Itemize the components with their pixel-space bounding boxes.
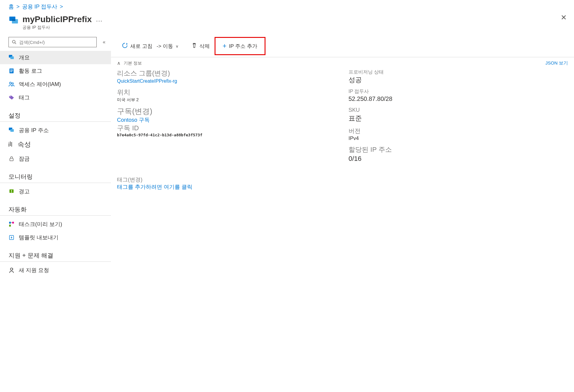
sidebar-item-export-template[interactable]: 템플릿 내보내기 <box>0 231 111 244</box>
search-icon <box>12 40 17 45</box>
lock-icon <box>8 156 15 162</box>
close-icon[interactable]: ✕ <box>561 13 567 22</box>
prop-value-version: IPv4 <box>349 135 568 142</box>
prop-value-ipprefix: 52.250.87.80/28 <box>349 95 568 103</box>
chevron-right-icon: > <box>16 4 20 10</box>
prop-value-sub[interactable]: Contoso 구독 <box>117 116 336 124</box>
prop-label-tags: 태그(변경) <box>117 176 568 183</box>
alert-icon <box>8 188 15 194</box>
sidebar-item-tasks[interactable]: 태스크(미리 보기) <box>0 218 111 231</box>
add-ip-button[interactable]: + IP 주소 추가 <box>215 38 265 54</box>
prop-value-tags[interactable]: 태그를 추가하려면 여기를 클릭 <box>117 183 568 191</box>
svg-point-11 <box>9 82 11 84</box>
sidebar-item-label: 공용 IP 주소 <box>19 127 49 134</box>
sidebar-item-tags[interactable]: 태그 <box>0 91 111 104</box>
refresh-button[interactable]: 새로 고침 -> 이동 v <box>117 40 183 52</box>
svg-point-13 <box>10 96 10 97</box>
prop-label-allocated: 할당된 IP 주소 <box>349 145 568 154</box>
chevron-down-icon: v <box>176 44 178 48</box>
log-icon <box>8 68 15 74</box>
people-icon <box>8 81 15 87</box>
sidebar-item-iam[interactable]: 액세스 제어(IAM) <box>0 78 111 91</box>
sidebar-item-properties[interactable]: ill 속성 <box>0 137 111 152</box>
prop-label-version: 버전 <box>349 127 568 135</box>
sidebar-item-new-support[interactable]: 새 지원 요청 <box>0 264 111 277</box>
page-header: myPublicIPPrefix 공용 IP 접두사 ··· ✕ <box>0 13 574 35</box>
sidebar-item-alerts[interactable]: 경고 <box>0 185 111 198</box>
sidebar-section-automation: 자동화 <box>0 201 111 216</box>
svg-rect-2 <box>12 19 15 21</box>
sidebar-item-overview[interactable]: 개요 <box>0 51 111 64</box>
toolbar-label: IP 주소 추가 <box>229 43 257 50</box>
prop-value-location: 미국 서부 2 <box>117 97 336 103</box>
more-menu-icon[interactable]: ··· <box>96 17 102 25</box>
delete-icon <box>192 42 197 50</box>
ip-prefix-icon <box>8 55 15 61</box>
breadcrumb: 홈 > 공용 IP 접두사 > <box>0 0 574 13</box>
sidebar-item-public-ip[interactable]: 공용 IP 주소 <box>0 124 111 137</box>
prop-value-sku: 표준 <box>349 114 568 123</box>
breadcrumb-home[interactable]: 홈 <box>8 3 14 10</box>
toolbar-label: 새로 고침 <box>130 43 152 50</box>
properties-icon: ill <box>7 141 13 148</box>
sidebar-section-monitoring: 모니터링 <box>0 168 111 183</box>
essentials-toggle[interactable]: ∧ 기본 정보 <box>117 60 142 66</box>
prop-label-ipprefix: IP 접두사 <box>349 88 568 95</box>
toolbar-label: 삭제 <box>199 43 210 50</box>
chevron-right-icon: > <box>60 4 63 10</box>
sidebar-item-activity-log[interactable]: 활동 로그 <box>0 64 111 78</box>
collapse-sidebar-icon[interactable]: « <box>102 38 107 46</box>
svg-rect-22 <box>12 222 14 224</box>
json-view-link[interactable]: JSON 보기 <box>546 60 568 66</box>
sidebar-item-label: 경고 <box>19 188 30 195</box>
sidebar-section-settings: 설정 <box>0 107 111 122</box>
toolbar-label: -> 이동 <box>157 43 173 50</box>
breadcrumb-parent[interactable]: 공용 IP 접두사 <box>22 3 58 10</box>
page-subtitle: 공용 IP 접두사 <box>22 25 92 30</box>
svg-rect-18 <box>11 190 12 192</box>
svg-rect-15 <box>10 129 14 132</box>
search-field[interactable] <box>19 40 93 45</box>
chevron-up-icon: ∧ <box>117 60 121 66</box>
sidebar-item-locks[interactable]: 잠금 <box>0 152 111 165</box>
prop-label-subid: 구독 ID <box>117 124 336 133</box>
prop-value-allocated: 0/16 <box>349 154 568 164</box>
highlight-annotation: + IP 주소 추가 <box>215 37 265 55</box>
svg-point-3 <box>12 40 15 43</box>
svg-rect-8 <box>10 70 13 70</box>
refresh-icon <box>122 42 128 50</box>
svg-rect-9 <box>10 71 13 71</box>
svg-point-26 <box>10 268 13 271</box>
essentials-label: 기본 정보 <box>124 61 142 66</box>
support-icon <box>8 267 15 273</box>
prop-label-sku: SKU <box>349 107 568 114</box>
prop-value-subid: b7e4a0c5-97fd-41c2-b13d-a88bfe3f573f <box>117 132 336 138</box>
svg-point-12 <box>12 83 13 84</box>
prop-label-location: 위치 <box>117 88 336 97</box>
svg-rect-21 <box>9 225 11 227</box>
essentials-grid: 리소스 그룹(변경) QuickStartCreateIPPrefix-rg 위… <box>111 69 574 167</box>
sidebar-item-label: 템플릿 내보내기 <box>19 234 58 241</box>
delete-button[interactable]: 삭제 <box>187 40 215 52</box>
prop-label-provstate: 프로비저닝 상태 <box>349 69 568 75</box>
tasks-icon <box>8 221 15 227</box>
sidebar-item-label: 개요 <box>19 54 30 61</box>
plus-icon: + <box>223 42 227 50</box>
ip-prefix-icon <box>8 16 19 26</box>
sidebar-item-label: 액세스 제어(IAM) <box>19 81 61 88</box>
main-content: 새로 고침 -> 이동 v 삭제 + IP 주소 추가 ∧ 기본 정보 <box>111 35 574 277</box>
prop-value-rg[interactable]: QuickStartCreateIPPrefix-rg <box>117 78 336 85</box>
sidebar-item-label: 태스크(미리 보기) <box>19 221 62 228</box>
page-title: myPublicIPPrefix <box>22 15 92 24</box>
sidebar-section-support: 지원 + 문제 해결 <box>0 247 111 262</box>
prop-value-provstate: 성공 <box>349 75 568 85</box>
sidebar-item-label: 속성 <box>18 140 31 149</box>
search-input[interactable] <box>8 37 97 47</box>
tag-icon <box>8 95 15 101</box>
ip-prefix-icon <box>8 127 15 133</box>
svg-rect-19 <box>11 192 12 192</box>
prop-label-sub: 구독(변경) <box>117 106 336 116</box>
export-icon <box>8 234 15 241</box>
svg-rect-6 <box>10 56 14 59</box>
sidebar-item-label: 태그 <box>19 94 30 101</box>
